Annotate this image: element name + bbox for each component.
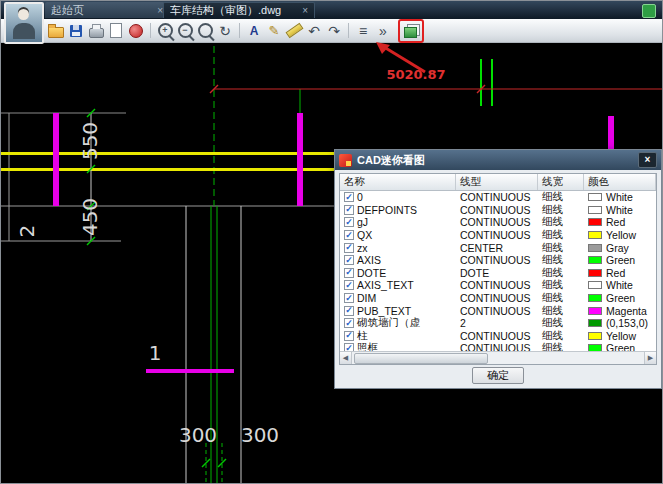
check-icon: ✓ — [345, 231, 353, 240]
layer-linetype: CONTINUOUS — [456, 292, 538, 304]
layer-row[interactable]: ✓ zx CENTER 细线 Gray — [340, 241, 656, 254]
dimension-450: 450 — [80, 197, 100, 237]
layer-checkbox[interactable]: ✓ — [344, 318, 354, 328]
layer-row[interactable]: ✓ DOTE DOTE 细线 Red — [340, 267, 656, 280]
stamp-button[interactable] — [127, 22, 145, 40]
zoom-in-button[interactable]: + — [156, 22, 174, 40]
layer-row[interactable]: ✓ gJ CONTINUOUS 细线 Red — [340, 216, 656, 229]
layer-name: AXIS — [357, 254, 381, 266]
horizontal-scrollbar[interactable]: ◀ ▶ — [340, 351, 656, 364]
check-icon: ✓ — [345, 331, 353, 340]
layer-row[interactable]: ✓ DIM CONTINUOUS 细线 Green — [340, 292, 656, 305]
tab-close-icon[interactable]: × — [302, 5, 308, 16]
scroll-right-button[interactable]: ▶ — [644, 352, 656, 364]
layer-color-swatch — [588, 206, 602, 214]
column-header-color[interactable]: 颜色 — [584, 174, 656, 190]
new-tab-icon[interactable] — [642, 4, 656, 18]
scrollbar-thumb[interactable] — [354, 353, 488, 364]
more-tools-button[interactable]: » — [374, 22, 392, 40]
layer-checkbox[interactable]: ✓ — [344, 205, 354, 215]
layer-color: White — [584, 191, 656, 203]
linetype-button[interactable]: ≡ — [354, 22, 372, 40]
layer-name: gJ — [357, 216, 368, 228]
layer-row[interactable]: ✓ 砌筑墙门（虚 2 细线 (0,153,0) — [340, 317, 656, 330]
layer-row[interactable]: ✓ 柱 CONTINUOUS 细线 Yellow — [340, 330, 656, 343]
layer-row[interactable]: ✓ 照框 CONTINUOUS 细线 Green — [340, 342, 656, 351]
layer-linetype: CONTINUOUS — [456, 330, 538, 342]
print-preview-button[interactable] — [107, 22, 125, 40]
save-button[interactable] — [67, 22, 85, 40]
undo-button[interactable]: ↶ — [305, 22, 323, 40]
layer-row[interactable]: ✓ DEFPOINTS CONTINUOUS 细线 White — [340, 204, 656, 217]
layer-checkbox[interactable]: ✓ — [344, 255, 354, 265]
layer-checkbox[interactable]: ✓ — [344, 306, 354, 316]
layer-checkbox[interactable]: ✓ — [344, 268, 354, 278]
layers-button[interactable] — [402, 22, 420, 40]
dialog-title: CAD迷你看图 — [357, 153, 425, 168]
layer-row[interactable]: ✓ QX CONTINUOUS 细线 Yellow — [340, 229, 656, 242]
layer-linetype: 2 — [456, 317, 538, 329]
layer-color-label: White — [606, 204, 633, 216]
layer-checkbox[interactable]: ✓ — [344, 243, 354, 253]
text-annotate-button[interactable]: A — [245, 22, 263, 40]
layer-color: (0,153,0) — [584, 317, 656, 329]
layer-color: Gray — [584, 242, 656, 254]
layer-checkbox[interactable]: ✓ — [344, 280, 354, 290]
layer-checkbox[interactable]: ✓ — [344, 192, 354, 202]
scroll-left-button[interactable]: ◀ — [340, 352, 352, 364]
layer-name: zx — [357, 242, 368, 254]
tab-start-page[interactable]: 起始页 × — [45, 2, 169, 18]
dimension-5020: 5020.87 — [381, 67, 451, 81]
layer-row[interactable]: ✓ PUB_TEXT CONTINUOUS 细线 Magenta — [340, 304, 656, 317]
column-header-lineweight[interactable]: 线宽 — [538, 174, 584, 190]
layer-linetype: CONTINUOUS — [456, 342, 538, 351]
layer-checkbox[interactable]: ✓ — [344, 331, 354, 341]
layer-linetype: DOTE — [456, 267, 538, 279]
toolbar-separator — [150, 23, 151, 38]
dialog-close-button[interactable]: × — [638, 152, 657, 168]
zoom-extents-button[interactable] — [196, 22, 214, 40]
layer-color-label: Yellow — [606, 229, 636, 241]
column-header-name[interactable]: 名称 — [340, 174, 456, 190]
avatar[interactable] — [4, 2, 44, 44]
toolbar-separator — [239, 23, 240, 38]
layer-row[interactable]: ✓ AXIS_TEXT CONTINUOUS 细线 White — [340, 279, 656, 292]
pan-button[interactable]: ↻ — [216, 22, 234, 40]
layer-row[interactable]: ✓ AXIS CONTINUOUS 细线 Green — [340, 254, 656, 267]
check-icon: ✓ — [345, 218, 353, 227]
pencil-button[interactable]: ✎ — [265, 22, 283, 40]
zoom-out-button[interactable]: − — [176, 22, 194, 40]
tab-label: 起始页 — [51, 3, 153, 18]
layer-color: Red — [584, 267, 656, 279]
layer-name: PUB_TEXT — [357, 305, 411, 317]
layer-row[interactable]: ✓ 0 CONTINUOUS 细线 White — [340, 191, 656, 204]
layers-highlight-box — [398, 19, 424, 43]
column-header-linetype[interactable]: 线型 — [456, 174, 538, 190]
layer-checkbox[interactable]: ✓ — [344, 293, 354, 303]
layer-color: White — [584, 279, 656, 291]
layer-name: QX — [357, 229, 372, 241]
layer-checkbox[interactable]: ✓ — [344, 343, 354, 351]
dimension-300-right: 300 — [237, 425, 283, 445]
tab-drawing-file[interactable]: 车库结构（审图）.dwg × — [163, 2, 315, 18]
ok-button[interactable]: 确定 — [472, 367, 524, 384]
layer-linetype: CONTINUOUS — [456, 305, 538, 317]
print-button[interactable] — [87, 22, 105, 40]
layer-color-label: Green — [606, 342, 635, 351]
layer-checkbox[interactable]: ✓ — [344, 230, 354, 240]
layer-checkbox[interactable]: ✓ — [344, 217, 354, 227]
layers-icon — [404, 24, 419, 37]
redo-button[interactable]: ↷ — [325, 22, 343, 40]
layer-color: Yellow — [584, 330, 656, 342]
dialog-titlebar[interactable]: CAD迷你看图 × — [335, 150, 661, 170]
check-icon: ✓ — [345, 256, 353, 265]
open-button[interactable] — [47, 22, 65, 40]
layer-color: Green — [584, 254, 656, 266]
layer-name: DOTE — [357, 267, 386, 279]
layer-color-swatch — [588, 281, 602, 289]
layer-dialog: CAD迷你看图 × 名称 线型 线宽 颜色 ✓ 0 CONTINUOUS 细线 … — [334, 149, 662, 389]
layer-color-label: Yellow — [606, 330, 636, 342]
dimension-300-left: 300 — [175, 425, 221, 445]
measure-button[interactable] — [285, 22, 303, 40]
zoom-in-icon: + — [158, 23, 173, 38]
